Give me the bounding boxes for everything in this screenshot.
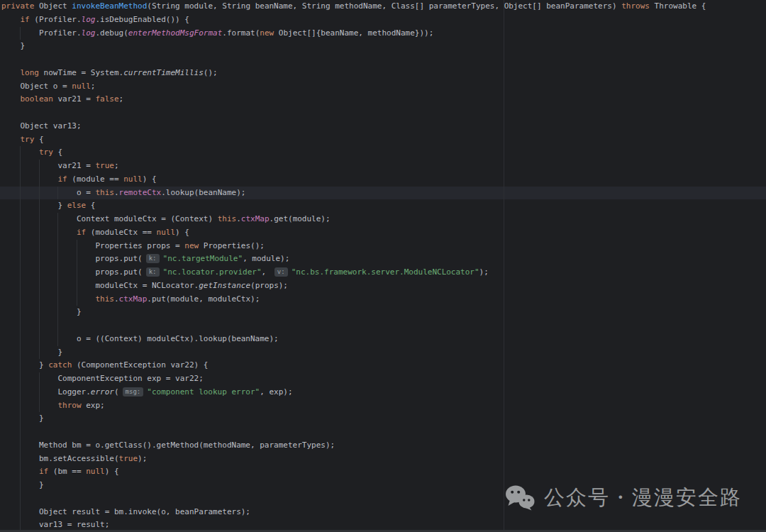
code-line[interactable]: throw exp; [0, 399, 766, 413]
code-line[interactable]: try { [0, 146, 766, 160]
code-line[interactable]: } [0, 412, 766, 426]
code-line[interactable]: o = this.remoteCtx.lookup(beanName); [0, 187, 766, 200]
code-line[interactable] [0, 426, 766, 439]
indent-guide [57, 319, 58, 333]
code-line-text: Logger.error(msg:"component lookup error… [1, 387, 293, 397]
code-line[interactable]: Object var13; [0, 120, 766, 133]
code-token: else [67, 201, 87, 210]
code-editor[interactable]: private Object invokeBeanMethod(String m… [0, 0, 766, 532]
code-line[interactable]: if (bm == null) { [0, 465, 766, 479]
code-line-text: long nowTime = System.currentTimeMillis(… [1, 68, 218, 77]
code-token: private [1, 1, 34, 11]
code-token: ); [479, 267, 489, 277]
inlay-hint: k: [146, 267, 160, 277]
code-line[interactable]: var21 = true; [0, 160, 766, 173]
code-token: Logger. [1, 387, 91, 397]
code-line[interactable]: boolean var21 = false; [0, 93, 766, 106]
code-token: this [95, 294, 114, 304]
code-token [1, 174, 57, 184]
code-token: enterMethodMsgFormat [128, 28, 222, 38]
code-token: currentTimeMillis [123, 68, 204, 77]
code-line[interactable]: if (module == null) { [0, 173, 766, 187]
indent-guide [39, 319, 40, 333]
code-line[interactable]: Method bm = o.getClass().getMethod(metho… [0, 439, 766, 453]
code-token: . [236, 214, 241, 223]
code-line[interactable]: private Object invokeBeanMethod(String m… [0, 0, 766, 13]
code-line[interactable]: bm.setAccessible(true); [0, 453, 766, 466]
code-line[interactable]: } [0, 346, 766, 360]
code-line-text: moduleCtx = NCLocator.getInstance(props)… [1, 281, 288, 290]
code-line-text: Method bm = o.getClass().getMethod(metho… [1, 440, 335, 450]
code-line[interactable]: props.put(k:"nc.targetModule", module); [0, 253, 766, 266]
code-token: Object [34, 1, 72, 11]
code-line-text: throw exp; [1, 401, 105, 410]
code-line[interactable]: long nowTime = System.currentTimeMillis(… [0, 67, 766, 80]
code-line[interactable] [0, 53, 766, 67]
code-token: , module); [243, 254, 289, 263]
code-token: var13 = result; [1, 520, 109, 529]
inlay-hint: msg: [123, 387, 144, 397]
code-token: Profiler. [1, 28, 82, 38]
code-line[interactable]: } else { [0, 199, 766, 213]
code-line[interactable] [0, 319, 766, 333]
code-line-text: } catch (ComponentException var22) { [1, 360, 208, 370]
code-token: Object var13; [1, 121, 82, 131]
code-line[interactable]: Object o = null; [0, 80, 766, 94]
code-line[interactable] [0, 106, 766, 120]
code-line-text: o = this.remoteCtx.lookup(beanName); [1, 188, 245, 197]
code-token: try [39, 148, 53, 157]
code-line[interactable]: props.put(k:"nc.locator.provider", v:"nc… [0, 266, 766, 279]
code-line[interactable]: Logger.error(msg:"component lookup error… [0, 386, 766, 399]
code-line[interactable]: } [0, 40, 766, 53]
code-token: } [1, 360, 48, 370]
code-token: } [1, 414, 44, 423]
code-token: (Profiler. [30, 15, 82, 24]
code-line[interactable]: o = ((Context) moduleCtx).lookup(beanNam… [0, 333, 766, 346]
code-token: error [91, 387, 114, 397]
code-line[interactable]: try { [0, 133, 766, 147]
code-line-text: props.put(k:"nc.targetModule", module); [1, 254, 289, 263]
code-line[interactable] [0, 492, 766, 506]
code-line-text: if (Profiler.log.isDebugEnabled()) { [1, 15, 189, 24]
code-line-text: } [1, 41, 25, 50]
code-token: "nc.targetModule" [163, 254, 243, 263]
code-token: } [1, 348, 62, 357]
code-token [1, 401, 57, 410]
code-line[interactable]: Context moduleCtx = (Context) this.ctxMa… [0, 213, 766, 226]
code-token: .debug( [95, 28, 128, 38]
code-line-text: } [1, 348, 62, 357]
code-token [1, 94, 21, 104]
code-token: invokeBeanMethod [72, 1, 147, 11]
code-token: Method bm = o.getClass().getMethod(metho… [1, 440, 335, 450]
code-line-text: if (moduleCtx == null) { [1, 228, 189, 237]
code-token: Object o = [1, 82, 72, 91]
code-token: . [114, 294, 119, 304]
code-line[interactable]: moduleCtx = NCLocator.getInstance(props)… [0, 279, 766, 293]
code-token: bm.setAccessible( [1, 454, 119, 463]
code-line[interactable]: } [0, 479, 766, 492]
code-line[interactable]: if (Profiler.log.isDebugEnabled()) { [0, 13, 766, 27]
code-line-text: props.put(k:"nc.locator.provider", v:"nc… [1, 267, 489, 277]
code-line[interactable]: if (moduleCtx == null) { [0, 226, 766, 240]
code-line[interactable]: Object result = bm.invoke(o, beanParamet… [0, 506, 766, 519]
code-line[interactable]: ComponentException exp = var22; [0, 372, 766, 386]
code-token: getInstance [199, 281, 250, 290]
code-token: } [1, 201, 67, 210]
code-line[interactable]: this.ctxMap.put(module, moduleCtx); [0, 293, 766, 306]
code-line[interactable]: } [0, 306, 766, 319]
code-token: ( [114, 387, 119, 397]
code-token: , exp); [260, 387, 292, 397]
inlay-hint: k: [146, 254, 160, 263]
code-token: var21 = [1, 161, 95, 170]
code-token: true [119, 454, 138, 463]
code-token: new [184, 241, 199, 250]
code-line[interactable]: Properties props = new Properties(); [0, 240, 766, 253]
code-token: ComponentException exp = var22; [1, 374, 204, 383]
code-token: ctxMap [119, 294, 148, 304]
code-token [1, 148, 39, 157]
code-line[interactable]: Profiler.log.debug(enterMethodMsgFormat.… [0, 27, 766, 40]
code-line-text: } [1, 480, 44, 489]
code-token [1, 15, 21, 24]
code-token: boolean [21, 94, 53, 104]
code-line[interactable]: } catch (ComponentException var22) { [0, 359, 766, 372]
